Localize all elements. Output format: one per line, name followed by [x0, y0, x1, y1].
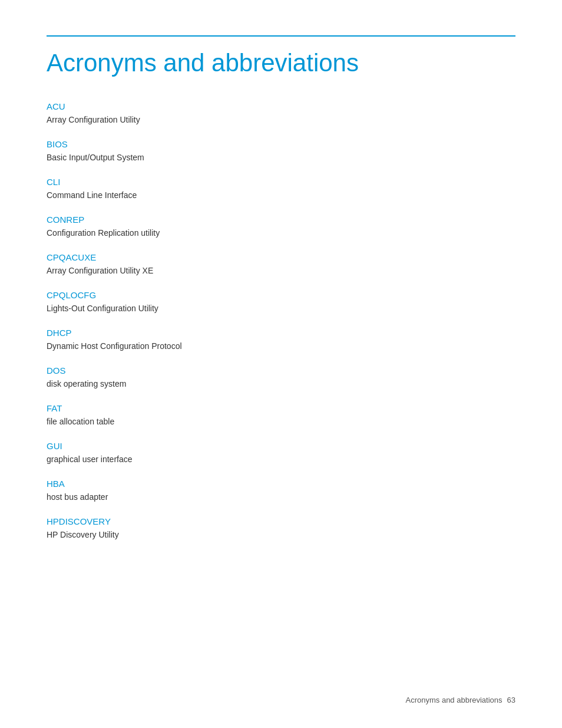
- acronym-term: CPQACUXE: [47, 252, 515, 262]
- glossary-item: DHCPDynamic Host Configuration Protocol: [47, 328, 515, 353]
- acronym-definition: disk operating system: [47, 378, 515, 390]
- glossary-item: HPDISCOVERYHP Discovery Utility: [47, 516, 515, 541]
- acronym-definition: HP Discovery Utility: [47, 529, 515, 541]
- glossary-item: FATfile allocation table: [47, 403, 515, 428]
- acronym-term: DHCP: [47, 328, 515, 338]
- page-container: Acronyms and abbreviations ACUArray Conf…: [0, 0, 562, 601]
- glossary-item: ACUArray Configuration Utility: [47, 101, 515, 126]
- acronym-definition: Array Configuration Utility XE: [47, 265, 515, 277]
- acronym-term: CLI: [47, 177, 515, 187]
- acronym-term: ACU: [47, 101, 515, 111]
- acronym-term: HBA: [47, 479, 515, 489]
- acronym-definition: Lights-Out Configuration Utility: [47, 302, 515, 315]
- acronym-definition: graphical user interface: [47, 453, 515, 466]
- acronym-definition: file allocation table: [47, 416, 515, 428]
- acronym-definition: Dynamic Host Configuration Protocol: [47, 340, 515, 353]
- glossary-item: CONREPConfiguration Replication utility: [47, 215, 515, 239]
- footer-section-label: Acronyms and abbreviations: [406, 696, 503, 704]
- top-border: [47, 35, 515, 37]
- acronym-definition: Configuration Replication utility: [47, 227, 515, 239]
- glossary-item: CPQACUXEArray Configuration Utility XE: [47, 252, 515, 277]
- acronym-term: GUI: [47, 441, 515, 451]
- glossary-list: ACUArray Configuration UtilityBIOSBasic …: [47, 101, 515, 541]
- acronym-term: HPDISCOVERY: [47, 516, 515, 526]
- glossary-item: CLICommand Line Interface: [47, 177, 515, 202]
- acronym-term: CONREP: [47, 215, 515, 225]
- page-footer: Acronyms and abbreviations 63: [406, 696, 516, 704]
- glossary-item: DOSdisk operating system: [47, 365, 515, 390]
- glossary-item: BIOSBasic Input/Output System: [47, 139, 515, 164]
- glossary-item: CPQLOCFGLights-Out Configuration Utility: [47, 290, 515, 315]
- acronym-term: DOS: [47, 365, 515, 375]
- glossary-item: HBAhost bus adapter: [47, 479, 515, 503]
- footer-page-number: 63: [507, 696, 515, 704]
- acronym-definition: host bus adapter: [47, 491, 515, 503]
- acronym-term: FAT: [47, 403, 515, 413]
- page-title: Acronyms and abbreviations: [47, 48, 515, 78]
- acronym-term: CPQLOCFG: [47, 290, 515, 300]
- acronym-definition: Command Line Interface: [47, 189, 515, 202]
- acronym-definition: Array Configuration Utility: [47, 114, 515, 126]
- acronym-term: BIOS: [47, 139, 515, 149]
- glossary-item: GUIgraphical user interface: [47, 441, 515, 466]
- acronym-definition: Basic Input/Output System: [47, 151, 515, 164]
